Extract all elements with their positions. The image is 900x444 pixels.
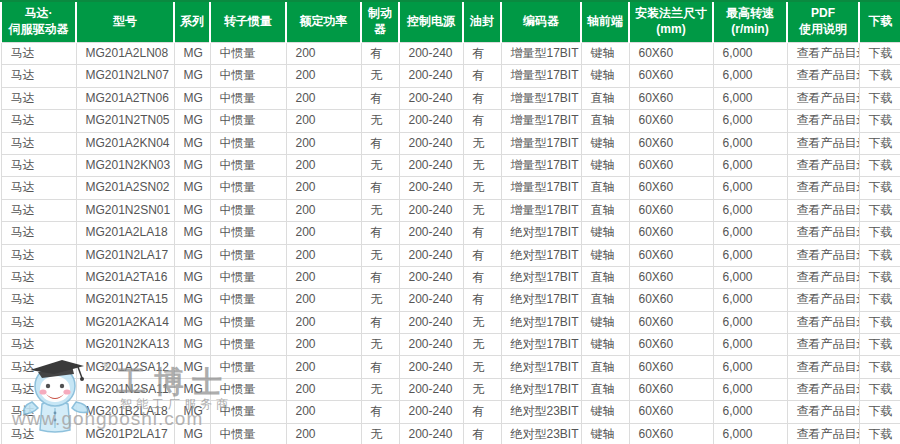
download-link[interactable]: 下载 [869, 225, 893, 239]
cell-download: 下载 [859, 334, 900, 356]
cell-brake: 无 [361, 334, 399, 356]
view-catalog-link[interactable]: 查看产品目录 [797, 46, 860, 60]
cell-flange: 60X60 [629, 334, 713, 356]
cell-oil_seal: 有 [463, 65, 501, 87]
cell-download: 下载 [859, 43, 900, 65]
cell-oil_seal: 有 [463, 43, 501, 65]
view-catalog-link[interactable]: 查看产品目录 [797, 113, 860, 127]
download-link[interactable]: 下载 [869, 315, 893, 329]
cell-flange: 60X60 [629, 289, 713, 311]
cell-control_voltage: 200-240 [399, 311, 463, 333]
download-link[interactable]: 下载 [869, 404, 893, 418]
cell-brake: 无 [361, 65, 399, 87]
cell-pdf: 查看产品目录 [787, 110, 859, 132]
cell-encoder: 绝对型23BIT [501, 423, 581, 444]
view-catalog-link[interactable]: 查看产品目录 [797, 270, 860, 284]
download-link[interactable]: 下载 [869, 136, 893, 150]
cell-oil_seal: 无 [463, 334, 501, 356]
cell-encoder: 绝对型17BIT [501, 289, 581, 311]
cell-shaft: 直轴 [581, 177, 629, 199]
cell-power: 200 [286, 199, 361, 221]
download-link[interactable]: 下载 [869, 248, 893, 262]
view-catalog-link[interactable]: 查看产品目录 [797, 203, 860, 217]
view-catalog-link[interactable]: 查看产品目录 [797, 315, 860, 329]
view-catalog-link[interactable]: 查看产品目录 [797, 427, 860, 441]
col-header-inertia: 转子惯量 [210, 1, 286, 43]
cell-encoder: 增量型17BIT [501, 132, 581, 154]
view-catalog-link[interactable]: 查看产品目录 [797, 68, 860, 82]
download-link[interactable]: 下载 [869, 180, 893, 194]
cell-brake: 无 [361, 244, 399, 266]
cell-shaft: 键轴 [581, 334, 629, 356]
cell-pdf: 查看产品目录 [787, 356, 859, 378]
cell-series: MG [174, 222, 210, 244]
cell-brake: 有 [361, 132, 399, 154]
download-link[interactable]: 下载 [869, 292, 893, 306]
cell-shaft: 键轴 [581, 132, 629, 154]
cell-download: 下载 [859, 244, 900, 266]
cell-flange: 60X60 [629, 378, 713, 400]
download-link[interactable]: 下载 [869, 113, 893, 127]
cell-max_speed: 6,000 [713, 356, 787, 378]
cell-pdf: 查看产品目录 [787, 65, 859, 87]
view-catalog-link[interactable]: 查看产品目录 [797, 91, 860, 105]
cell-motor: 马达 [1, 43, 76, 65]
cell-control_voltage: 200-240 [399, 423, 463, 444]
cell-max_speed: 6,000 [713, 334, 787, 356]
download-link[interactable]: 下载 [869, 360, 893, 374]
cell-series: MG [174, 87, 210, 109]
view-catalog-link[interactable]: 查看产品目录 [797, 180, 860, 194]
cell-power: 200 [286, 65, 361, 87]
col-header-brake: 制动器 [361, 1, 399, 43]
cell-model: MG201N2KA13 [76, 334, 174, 356]
view-catalog-link[interactable]: 查看产品目录 [797, 136, 860, 150]
cell-download: 下载 [859, 378, 900, 400]
cell-series: MG [174, 378, 210, 400]
cell-download: 下载 [859, 222, 900, 244]
cell-brake: 有 [361, 266, 399, 288]
cell-control_voltage: 200-240 [399, 244, 463, 266]
cell-oil_seal: 无 [463, 132, 501, 154]
cell-encoder: 绝对型17BIT [501, 378, 581, 400]
cell-inertia: 中惯量 [210, 334, 286, 356]
cell-max_speed: 6,000 [713, 378, 787, 400]
cell-motor: 马达 [1, 110, 76, 132]
view-catalog-link[interactable]: 查看产品目录 [797, 382, 860, 396]
cell-inertia: 中惯量 [210, 311, 286, 333]
cell-flange: 60X60 [629, 222, 713, 244]
cell-control_voltage: 200-240 [399, 132, 463, 154]
download-link[interactable]: 下载 [869, 46, 893, 60]
download-link[interactable]: 下载 [869, 337, 893, 351]
download-link[interactable]: 下载 [869, 91, 893, 105]
cell-flange: 60X60 [629, 65, 713, 87]
cell-series: MG [174, 65, 210, 87]
download-link[interactable]: 下载 [869, 382, 893, 396]
download-link[interactable]: 下载 [869, 203, 893, 217]
cell-power: 200 [286, 311, 361, 333]
view-catalog-link[interactable]: 查看产品目录 [797, 158, 860, 172]
download-link[interactable]: 下载 [869, 158, 893, 172]
view-catalog-link[interactable]: 查看产品目录 [797, 292, 860, 306]
cell-pdf: 查看产品目录 [787, 378, 859, 400]
view-catalog-link[interactable]: 查看产品目录 [797, 404, 860, 418]
cell-series: MG [174, 110, 210, 132]
view-catalog-link[interactable]: 查看产品目录 [797, 248, 860, 262]
cell-flange: 60X60 [629, 356, 713, 378]
cell-brake: 无 [361, 199, 399, 221]
table-row: 马达MG201N2TA15MG中惯量200无200-240有绝对型17BIT直轴… [1, 289, 900, 311]
download-link[interactable]: 下载 [869, 270, 893, 284]
view-catalog-link[interactable]: 查看产品目录 [797, 337, 860, 351]
cell-motor: 马达 [1, 423, 76, 444]
view-catalog-link[interactable]: 查看产品目录 [797, 225, 860, 239]
cell-shaft: 键轴 [581, 154, 629, 176]
cell-model: MG201N2SA11 [76, 378, 174, 400]
cell-power: 200 [286, 222, 361, 244]
cell-brake: 无 [361, 289, 399, 311]
download-link[interactable]: 下载 [869, 427, 893, 441]
cell-control_voltage: 200-240 [399, 65, 463, 87]
cell-oil_seal: 有 [463, 222, 501, 244]
download-link[interactable]: 下载 [869, 68, 893, 82]
view-catalog-link[interactable]: 查看产品目录 [797, 360, 860, 374]
cell-series: MG [174, 266, 210, 288]
cell-motor: 马达 [1, 177, 76, 199]
